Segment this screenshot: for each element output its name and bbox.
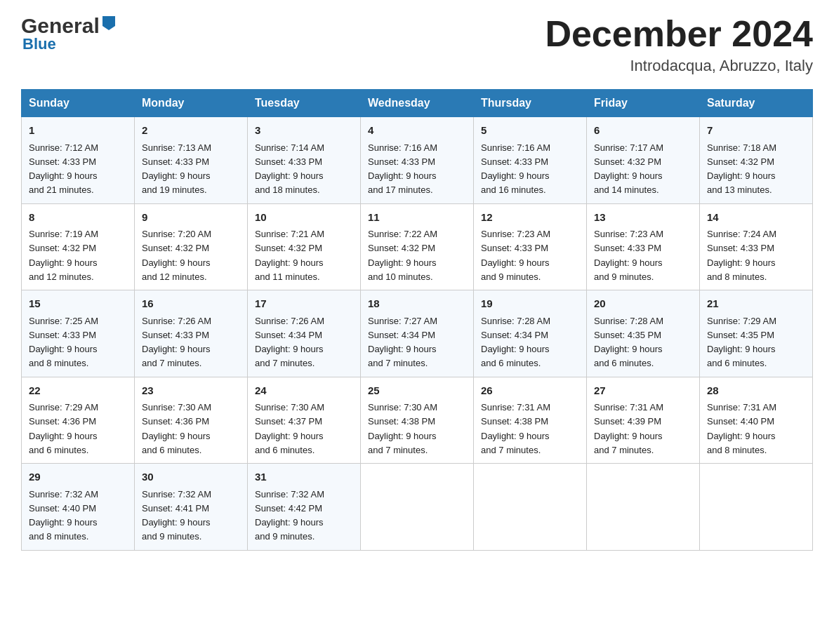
day-info: Sunrise: 7:31 AMSunset: 4:39 PMDaylight:… [594,402,663,455]
day-number: 30 [142,469,240,485]
day-number: 18 [368,296,466,312]
title-block: December 2024 Introdacqua, Abruzzo, Ital… [545,14,813,75]
day-info: Sunrise: 7:28 AMSunset: 4:35 PMDaylight:… [594,316,663,369]
header-row: SundayMondayTuesdayWednesdayThursdayFrid… [22,90,813,117]
day-cell: 5 Sunrise: 7:16 AMSunset: 4:33 PMDayligh… [474,117,587,204]
day-cell: 8 Sunrise: 7:19 AMSunset: 4:32 PMDayligh… [22,203,135,290]
day-cell: 11 Sunrise: 7:22 AMSunset: 4:32 PMDaylig… [361,203,474,290]
day-cell: 24 Sunrise: 7:30 AMSunset: 4:37 PMDaylig… [248,377,361,464]
day-info: Sunrise: 7:24 AMSunset: 4:33 PMDaylight:… [707,229,776,282]
day-cell [474,464,587,551]
location-title: Introdacqua, Abruzzo, Italy [545,57,813,75]
day-number: 14 [707,210,805,226]
header-cell-thursday: Thursday [474,90,587,117]
week-row-4: 22 Sunrise: 7:29 AMSunset: 4:36 PMDaylig… [22,377,813,464]
day-number: 19 [481,296,579,312]
day-info: Sunrise: 7:12 AMSunset: 4:33 PMDaylight:… [29,142,98,196]
header-cell-saturday: Saturday [700,90,813,117]
day-cell: 26 Sunrise: 7:31 AMSunset: 4:38 PMDaylig… [474,377,587,464]
day-number: 23 [142,383,240,399]
day-number: 1 [29,123,127,139]
calendar-table: SundayMondayTuesdayWednesdayThursdayFrid… [21,89,813,551]
day-cell: 6 Sunrise: 7:17 AMSunset: 4:32 PMDayligh… [587,117,700,204]
day-number: 28 [707,383,805,399]
day-cell: 19 Sunrise: 7:28 AMSunset: 4:34 PMDaylig… [474,290,587,377]
logo-blue-text: Blue [21,35,56,53]
day-number: 16 [142,296,240,312]
day-cell: 7 Sunrise: 7:18 AMSunset: 4:32 PMDayligh… [700,117,813,204]
day-cell: 18 Sunrise: 7:27 AMSunset: 4:34 PMDaylig… [361,290,474,377]
day-number: 27 [594,383,692,399]
day-number: 20 [594,296,692,312]
day-info: Sunrise: 7:16 AMSunset: 4:33 PMDaylight:… [481,142,550,196]
day-info: Sunrise: 7:31 AMSunset: 4:40 PMDaylight:… [707,402,776,455]
day-number: 8 [29,210,127,226]
day-cell: 14 Sunrise: 7:24 AMSunset: 4:33 PMDaylig… [700,203,813,290]
day-number: 3 [255,123,353,139]
header-cell-wednesday: Wednesday [361,90,474,117]
day-number: 12 [481,210,579,226]
day-info: Sunrise: 7:13 AMSunset: 4:33 PMDaylight:… [142,142,211,196]
day-info: Sunrise: 7:23 AMSunset: 4:33 PMDaylight:… [481,229,550,282]
day-cell: 1 Sunrise: 7:12 AMSunset: 4:33 PMDayligh… [22,117,135,204]
day-cell: 12 Sunrise: 7:23 AMSunset: 4:33 PMDaylig… [474,203,587,290]
week-row-1: 1 Sunrise: 7:12 AMSunset: 4:33 PMDayligh… [22,117,813,204]
day-info: Sunrise: 7:19 AMSunset: 4:32 PMDaylight:… [29,229,98,282]
logo-arrow-icon [101,16,117,33]
day-cell: 23 Sunrise: 7:30 AMSunset: 4:36 PMDaylig… [135,377,248,464]
day-cell: 13 Sunrise: 7:23 AMSunset: 4:33 PMDaylig… [587,203,700,290]
day-info: Sunrise: 7:26 AMSunset: 4:34 PMDaylight:… [255,316,324,369]
day-number: 15 [29,296,127,312]
logo: General Blue [21,14,117,53]
calendar-header: SundayMondayTuesdayWednesdayThursdayFrid… [22,90,813,117]
day-info: Sunrise: 7:29 AMSunset: 4:36 PMDaylight:… [29,402,98,455]
day-cell: 29 Sunrise: 7:32 AMSunset: 4:40 PMDaylig… [22,464,135,551]
day-cell: 9 Sunrise: 7:20 AMSunset: 4:32 PMDayligh… [135,203,248,290]
header-cell-monday: Monday [135,90,248,117]
day-cell: 17 Sunrise: 7:26 AMSunset: 4:34 PMDaylig… [248,290,361,377]
day-cell: 25 Sunrise: 7:30 AMSunset: 4:38 PMDaylig… [361,377,474,464]
day-cell: 21 Sunrise: 7:29 AMSunset: 4:35 PMDaylig… [700,290,813,377]
day-cell: 30 Sunrise: 7:32 AMSunset: 4:41 PMDaylig… [135,464,248,551]
day-info: Sunrise: 7:30 AMSunset: 4:36 PMDaylight:… [142,402,211,455]
day-number: 13 [594,210,692,226]
day-info: Sunrise: 7:23 AMSunset: 4:33 PMDaylight:… [594,229,663,282]
day-number: 5 [481,123,579,139]
day-number: 29 [29,469,127,485]
day-info: Sunrise: 7:32 AMSunset: 4:41 PMDaylight:… [142,489,211,542]
day-info: Sunrise: 7:29 AMSunset: 4:35 PMDaylight:… [707,316,776,369]
day-number: 24 [255,383,353,399]
day-info: Sunrise: 7:18 AMSunset: 4:32 PMDaylight:… [707,142,776,196]
day-cell: 15 Sunrise: 7:25 AMSunset: 4:33 PMDaylig… [22,290,135,377]
day-cell: 3 Sunrise: 7:14 AMSunset: 4:33 PMDayligh… [248,117,361,204]
day-number: 11 [368,210,466,226]
day-info: Sunrise: 7:32 AMSunset: 4:42 PMDaylight:… [255,489,324,542]
day-info: Sunrise: 7:30 AMSunset: 4:37 PMDaylight:… [255,402,324,455]
day-info: Sunrise: 7:25 AMSunset: 4:33 PMDaylight:… [29,316,98,369]
day-number: 17 [255,296,353,312]
day-info: Sunrise: 7:30 AMSunset: 4:38 PMDaylight:… [368,402,437,455]
header-cell-tuesday: Tuesday [248,90,361,117]
day-cell [587,464,700,551]
logo-general-text: General [21,14,100,38]
day-number: 4 [368,123,466,139]
day-cell: 16 Sunrise: 7:26 AMSunset: 4:33 PMDaylig… [135,290,248,377]
day-number: 2 [142,123,240,139]
day-number: 31 [255,469,353,485]
day-number: 21 [707,296,805,312]
day-info: Sunrise: 7:20 AMSunset: 4:32 PMDaylight:… [142,229,211,282]
week-row-3: 15 Sunrise: 7:25 AMSunset: 4:33 PMDaylig… [22,290,813,377]
header-cell-friday: Friday [587,90,700,117]
day-cell: 20 Sunrise: 7:28 AMSunset: 4:35 PMDaylig… [587,290,700,377]
day-cell: 31 Sunrise: 7:32 AMSunset: 4:42 PMDaylig… [248,464,361,551]
day-number: 6 [594,123,692,139]
day-info: Sunrise: 7:16 AMSunset: 4:33 PMDaylight:… [368,142,437,196]
day-info: Sunrise: 7:17 AMSunset: 4:32 PMDaylight:… [594,142,663,196]
day-info: Sunrise: 7:28 AMSunset: 4:34 PMDaylight:… [481,316,550,369]
day-info: Sunrise: 7:31 AMSunset: 4:38 PMDaylight:… [481,402,550,455]
day-info: Sunrise: 7:32 AMSunset: 4:40 PMDaylight:… [29,489,98,542]
day-cell: 10 Sunrise: 7:21 AMSunset: 4:32 PMDaylig… [248,203,361,290]
day-number: 7 [707,123,805,139]
svg-marker-0 [102,16,115,30]
day-cell [700,464,813,551]
